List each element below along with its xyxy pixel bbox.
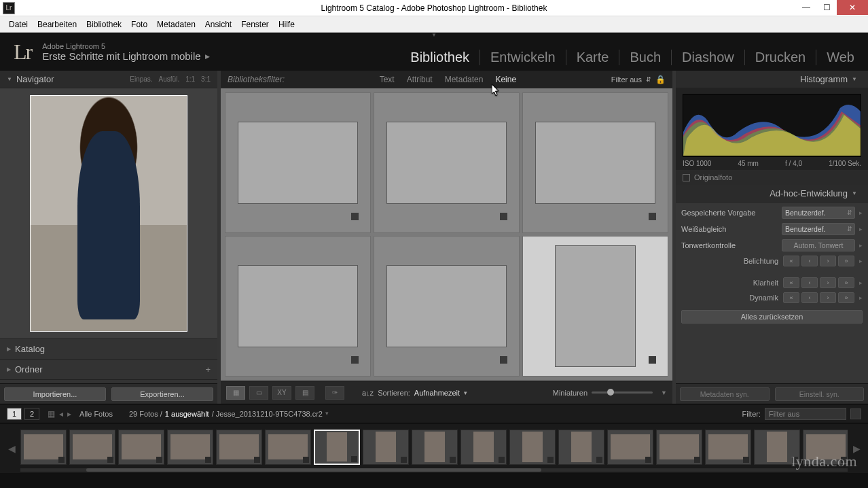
clarity-inc2[interactable]: »: [838, 277, 854, 288]
export-button[interactable]: Exportieren...: [111, 387, 213, 401]
histogram-header[interactable]: Histogramm ▼: [676, 71, 868, 88]
vibrance-inc2[interactable]: »: [838, 292, 854, 303]
auto-tone-button[interactable]: Autom. Tonwert: [782, 239, 855, 251]
grid-cell-4[interactable]: [374, 236, 520, 377]
idplate-line2[interactable]: Erste Schritte mit Lightroom mobile: [42, 50, 200, 62]
filter-tab-metadaten[interactable]: Metadaten: [445, 75, 484, 84]
idplate-arrow-icon[interactable]: ▶: [205, 53, 210, 60]
minimize-button[interactable]: —: [796, 0, 816, 15]
menu-metadaten[interactable]: Metadaten: [152, 20, 200, 29]
preset-dropdown[interactable]: Benutzerdef.: [782, 207, 855, 219]
menu-bibliothek[interactable]: Bibliothek: [82, 20, 126, 29]
toolbar-overflow-icon[interactable]: ▼: [661, 389, 667, 396]
filter-tab-attribut[interactable]: Attribut: [407, 75, 433, 84]
filmstrip-item-9[interactable]: [460, 430, 507, 465]
sync-metadata-button[interactable]: Metadaten syn.: [680, 387, 770, 401]
vibrance-dec2[interactable]: «: [783, 292, 799, 303]
grid-cell-0[interactable]: [225, 92, 371, 233]
grid-cell-1[interactable]: [374, 92, 520, 233]
sort-control[interactable]: a↓z Sortieren: Aufnahmezeit ▾: [362, 389, 467, 397]
menu-hilfe[interactable]: Hilfe: [274, 20, 300, 29]
filmstrip-item-5[interactable]: [265, 430, 311, 465]
original-checkbox[interactable]: [683, 174, 690, 181]
back-icon[interactable]: ◂: [59, 409, 63, 419]
menu-ansicht[interactable]: Ansicht: [200, 20, 236, 29]
grid-cell-2[interactable]: [522, 92, 668, 233]
filmstrip-item-11[interactable]: [558, 430, 604, 465]
vibrance-dec[interactable]: ‹: [801, 292, 818, 303]
compare-view-icon[interactable]: XY: [272, 386, 291, 400]
monitor-1-tab[interactable]: 1: [7, 408, 22, 420]
menu-bearbeiten[interactable]: Bearbeiten: [33, 20, 82, 29]
survey-view-icon[interactable]: ▤: [295, 386, 314, 400]
nav-zoom-3[interactable]: 3:1: [201, 75, 211, 83]
module-entwickeln[interactable]: Entwickeln: [480, 50, 566, 65]
maximize-button[interactable]: ☐: [816, 0, 837, 15]
exposure-inc2[interactable]: »: [838, 256, 854, 266]
filmstrip-item-0[interactable]: [20, 430, 67, 465]
filter-tab-keine[interactable]: Keine: [495, 75, 516, 84]
module-web[interactable]: Web: [816, 50, 854, 65]
filmstrip-item-1[interactable]: [69, 430, 115, 465]
menu-datei[interactable]: Datei: [4, 20, 33, 29]
vibrance-arrow-icon[interactable]: ▸: [859, 294, 863, 301]
filmstrip-item-2[interactable]: [118, 430, 164, 465]
filmstrip-item-14[interactable]: [705, 430, 751, 465]
clarity-inc[interactable]: ›: [820, 277, 836, 288]
filmstrip-scrollbar[interactable]: [20, 468, 848, 472]
fwd-icon[interactable]: ▸: [67, 409, 71, 419]
exposure-dec2[interactable]: «: [783, 256, 799, 266]
panel-ordner[interactable]: ▶Ordner+: [0, 359, 217, 379]
monitor-2-tab[interactable]: 2: [24, 408, 39, 420]
filter-preset-dropdown[interactable]: Filter aus: [611, 75, 642, 84]
clarity-arrow-icon[interactable]: ▸: [859, 279, 863, 286]
import-button[interactable]: Importieren...: [4, 387, 106, 401]
clarity-dec2[interactable]: «: [783, 277, 799, 288]
exposure-arrow-icon[interactable]: ▸: [859, 258, 863, 264]
painter-icon[interactable]: ✑: [325, 386, 344, 400]
menu-foto[interactable]: Foto: [126, 20, 152, 29]
tone-arrow-icon[interactable]: ▸: [859, 242, 863, 249]
nav-zoom-1[interactable]: Ausfül.: [159, 75, 180, 83]
filmstrip-item-6[interactable]: [314, 430, 360, 465]
filmstrip-item-12[interactable]: [607, 430, 653, 465]
wb-arrow-icon[interactable]: ▸: [859, 226, 863, 232]
lock-icon[interactable]: 🔒: [655, 75, 666, 84]
navigator-header[interactable]: ▼ Navigator Einpas.Ausfül.1:13:1: [0, 71, 217, 88]
collapse-top-icon[interactable]: ▼: [431, 32, 437, 38]
filter-tab-text[interactable]: Text: [380, 75, 395, 84]
module-bibliothek[interactable]: Bibliothek: [400, 50, 480, 65]
filmstrip-item-7[interactable]: [363, 430, 409, 465]
whitebalance-dropdown[interactable]: Benutzerdef.: [782, 223, 855, 235]
exposure-dec[interactable]: ‹: [801, 256, 818, 266]
filmstrip-item-4[interactable]: [216, 430, 262, 465]
loupe-view-icon[interactable]: ▭: [249, 386, 268, 400]
vibrance-inc[interactable]: ›: [820, 292, 836, 303]
grid-view-icon[interactable]: ▦: [226, 386, 245, 400]
original-photo-row[interactable]: Originalfoto: [676, 170, 868, 185]
grid-icon[interactable]: ▦: [48, 409, 55, 419]
menu-fenster[interactable]: Fenster: [236, 20, 274, 29]
filmstrip-left-nav[interactable]: ◀: [7, 428, 16, 469]
navigator-preview[interactable]: [0, 88, 217, 338]
filmstrip-item-3[interactable]: [167, 430, 213, 465]
breadcrumb[interactable]: Alle Fotos 29 Fotos / 1 ausgewählt / Jes…: [79, 410, 329, 418]
grid-cell-5[interactable]: [522, 236, 668, 377]
exposure-inc[interactable]: ›: [820, 256, 836, 266]
module-drucken[interactable]: Drucken: [745, 50, 816, 65]
histogram-display[interactable]: [683, 94, 861, 157]
filter-preset-dropdown[interactable]: Filter aus: [765, 408, 846, 420]
filmstrip-item-10[interactable]: [509, 430, 556, 465]
close-button[interactable]: ✕: [837, 0, 868, 15]
clarity-dec[interactable]: ‹: [801, 277, 818, 288]
adhoc-header[interactable]: Ad-hoc-Entwicklung ▼: [676, 185, 868, 203]
filmstrip-item-13[interactable]: [656, 430, 702, 465]
preset-arrow-icon[interactable]: ▸: [859, 209, 863, 216]
module-karte[interactable]: Karte: [566, 50, 620, 65]
nav-zoom-0[interactable]: Einpas.: [130, 75, 152, 83]
sort-value[interactable]: Aufnahmezeit: [414, 389, 460, 397]
nav-zoom-2[interactable]: 1:1: [185, 75, 195, 83]
filmstrip-item-8[interactable]: [412, 430, 458, 465]
panel-katalog[interactable]: ▶Katalog: [0, 338, 217, 359]
module-diashow[interactable]: Diashow: [672, 50, 745, 65]
